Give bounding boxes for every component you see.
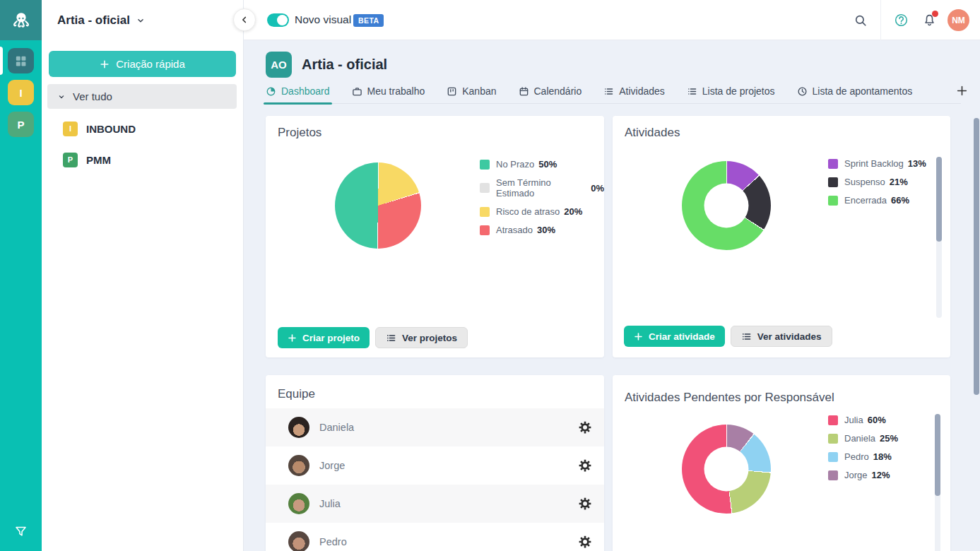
member-settings-button[interactable]	[578, 535, 592, 551]
criar-projeto-button[interactable]: Criar projeto	[278, 327, 370, 348]
search-button[interactable]	[846, 14, 875, 27]
member-name: Daniela	[319, 422, 354, 433]
legend-label: Suspenso	[844, 177, 885, 187]
ver-tudo-row[interactable]: Ver tudo	[47, 84, 237, 109]
member-settings-button[interactable]	[578, 458, 592, 475]
gear-icon	[578, 420, 592, 434]
sidebar-collapse-button[interactable]	[233, 8, 256, 31]
card-projetos: Projetos No Prazo 50% Sem Término Estima…	[266, 116, 604, 357]
list-icon	[386, 333, 396, 343]
button-label: Criar projeto	[302, 333, 360, 343]
app-window: I P Artia - oficial Criação rápida	[0, 0, 980, 551]
tab-label: Meu trabalho	[367, 85, 425, 97]
legend-percent: 66%	[891, 195, 909, 206]
legend-percent: 21%	[890, 177, 908, 187]
team-member-row: Daniela	[266, 408, 604, 446]
legend-swatch	[828, 470, 838, 480]
member-avatar	[288, 417, 309, 438]
project-badge: I	[63, 122, 78, 136]
legend-swatch	[828, 159, 838, 169]
clock-icon	[797, 86, 808, 97]
legend-label: Julia	[844, 415, 863, 425]
search-icon	[854, 14, 867, 27]
tab-atividades[interactable]: Atividades	[603, 85, 665, 103]
project-badge: P	[63, 153, 78, 167]
help-button[interactable]	[887, 13, 915, 27]
tab-label: Lista de projetos	[702, 85, 775, 97]
sidebar-item-pmm[interactable]: P PMM	[42, 144, 243, 175]
tab-label: Lista de apontamentos	[813, 85, 913, 97]
pendentes-legend: Julia 60% Daniela 25% Pedro 18%	[828, 415, 898, 480]
left-rail: I P	[0, 0, 42, 551]
legend-label: Sem Término Estimado	[496, 177, 586, 199]
tab-label: Kanban	[462, 85, 496, 97]
app-logo[interactable]	[0, 0, 42, 40]
topbar: Novo visual BETA	[244, 0, 980, 40]
chevron-down-icon	[136, 16, 146, 25]
plus-icon	[100, 59, 110, 69]
user-avatar[interactable]: NM	[947, 9, 969, 31]
new-visual-toggle[interactable]	[267, 13, 289, 27]
gear-icon	[578, 458, 592, 473]
card-scrollbar[interactable]	[935, 414, 940, 551]
legend-swatch	[480, 160, 490, 170]
quick-create-button[interactable]: Criação rápida	[49, 51, 236, 77]
team-member-row: Jorge	[266, 446, 604, 485]
card-title: Atividades Pendentes por Responsável	[625, 391, 834, 405]
page-title: Artia - oficial	[302, 57, 387, 73]
sidebar-item-label: PMM	[86, 154, 111, 166]
tab-dashboard[interactable]: Dashboard	[266, 85, 330, 103]
legend-item: Risco de atraso 20%	[480, 206, 604, 217]
card-pendentes: Atividades Pendentes por Responsável Jul…	[613, 375, 950, 551]
dashboard-pie-icon	[266, 86, 276, 97]
gear-icon	[578, 535, 592, 549]
rail-workspace-pmm[interactable]: P	[8, 112, 34, 137]
legend-percent: 18%	[873, 451, 892, 462]
workspace-selector[interactable]: Artia - oficial	[42, 0, 243, 40]
workspace-letter: P	[17, 119, 24, 131]
legend-item: No Prazo 50%	[480, 159, 604, 170]
member-avatar	[288, 493, 309, 514]
kanban-icon	[447, 86, 457, 97]
add-tab-button[interactable]	[956, 85, 968, 103]
member-settings-button[interactable]	[578, 497, 592, 514]
ver-atividades-button[interactable]: Ver atividades	[731, 326, 832, 347]
legend-item: Daniela 25%	[828, 433, 898, 444]
rail-active-indicator	[0, 47, 3, 75]
ver-projetos-button[interactable]: Ver projetos	[375, 327, 468, 348]
projetos-legend: No Prazo 50% Sem Término Estimado 0% Ris…	[480, 159, 604, 235]
notifications-button[interactable]	[915, 13, 943, 27]
legend-item: Suspenso 21%	[828, 177, 926, 187]
main-scrollbar-thumb[interactable]	[974, 118, 979, 395]
scrollbar-thumb[interactable]	[936, 157, 942, 242]
legend-item: Julia 60%	[828, 415, 898, 425]
member-avatar	[288, 531, 309, 551]
projetos-pie-chart	[335, 162, 421, 249]
list-icon	[741, 331, 752, 342]
tab-kanban[interactable]: Kanban	[447, 85, 496, 103]
main-content: AO Artia - oficial Dashboard Meu trabalh…	[244, 40, 980, 551]
legend-item: Sem Término Estimado 0%	[480, 177, 604, 199]
legend-item: Pedro 18%	[828, 451, 898, 462]
card-scrollbar[interactable]	[936, 157, 942, 318]
legend-swatch	[480, 207, 490, 217]
rail-grid-button[interactable]	[8, 48, 34, 73]
sidebar-item-label: INBOUND	[86, 123, 136, 135]
atividades-donut-chart	[682, 161, 771, 250]
sidebar-item-inbound[interactable]: I INBOUND	[42, 113, 243, 144]
member-settings-button[interactable]	[578, 420, 592, 437]
tab-calendario[interactable]: Calendário	[519, 85, 582, 103]
member-name: Jorge	[319, 460, 345, 471]
legend-percent: 30%	[537, 225, 555, 235]
tab-meu-trabalho[interactable]: Meu trabalho	[352, 85, 425, 103]
filter-button[interactable]	[0, 525, 42, 538]
criar-atividade-button[interactable]: Criar atividade	[624, 326, 725, 347]
rail-workspace-inbound[interactable]: I	[8, 80, 34, 105]
legend-swatch	[828, 434, 838, 444]
tab-lista-de-projetos[interactable]: Lista de projetos	[687, 85, 775, 103]
tab-lista-de-apontamentos[interactable]: Lista de apontamentos	[797, 85, 913, 103]
scrollbar-thumb[interactable]	[935, 414, 940, 496]
tab-label: Calendário	[534, 85, 582, 97]
plus-icon	[634, 332, 643, 341]
tab-label: Dashboard	[281, 85, 330, 97]
